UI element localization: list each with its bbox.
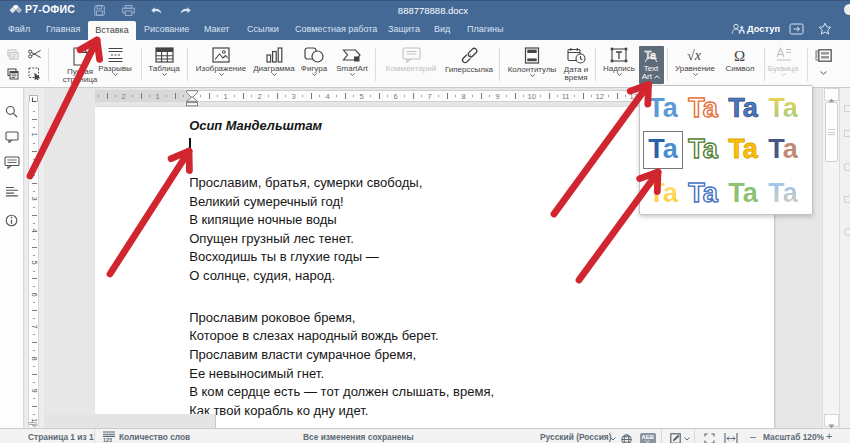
svg-text:Ω: Ω (734, 47, 745, 63)
svg-text:123: 123 (103, 437, 112, 443)
svg-text:√x: √x (687, 48, 702, 63)
